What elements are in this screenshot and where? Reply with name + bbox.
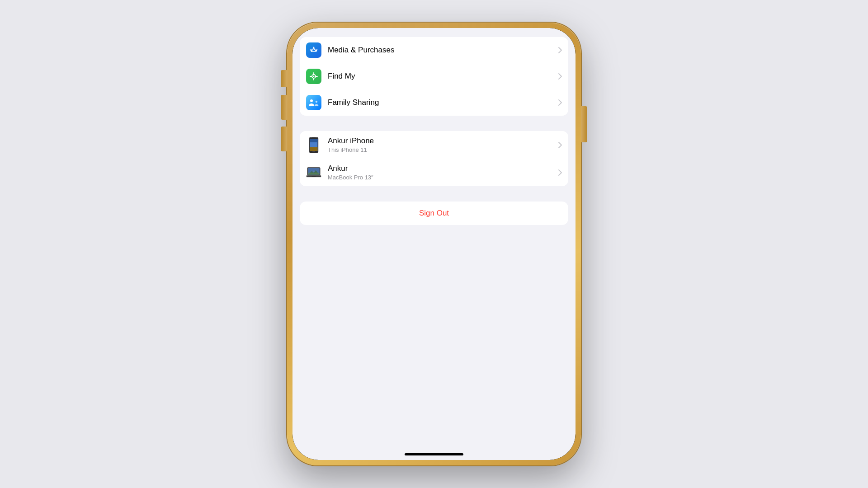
iphone-device-icon: [306, 137, 321, 153]
ankur-macbook-text: Ankur MacBook Pro 13″: [328, 164, 558, 181]
family-sharing-chevron: [558, 99, 562, 106]
phone-screen: Media & Purchases: [292, 28, 576, 460]
macbook-device-icon: [306, 165, 321, 180]
find-my-title: Find My: [328, 72, 558, 81]
svg-point-9: [310, 99, 313, 102]
svg-point-4: [313, 76, 315, 77]
family-sharing-title: Family Sharing: [328, 98, 558, 107]
ankur-macbook-subtitle: MacBook Pro 13″: [328, 174, 558, 181]
home-bar: [405, 453, 463, 455]
sign-out-label: Sign Out: [419, 209, 449, 218]
findmy-icon: [306, 69, 321, 84]
ankur-iphone-title: Ankur iPhone: [328, 136, 558, 145]
settings-group-2: Ankur iPhone This iPhone 11: [300, 131, 568, 186]
find-my-text: Find My: [328, 72, 558, 81]
media-purchases-text: Media & Purchases: [328, 46, 558, 55]
family-sharing-row[interactable]: Family Sharing: [300, 89, 568, 116]
svg-rect-16: [312, 137, 316, 138]
ankur-macbook-row[interactable]: Ankur MacBook Pro 13″: [300, 159, 568, 186]
silent-switch: [281, 70, 287, 87]
ankur-iphone-subtitle: This iPhone 11: [328, 146, 558, 153]
ankur-iphone-text: Ankur iPhone This iPhone 11: [328, 136, 558, 153]
family-sharing-text: Family Sharing: [328, 98, 558, 107]
ankur-iphone-chevron: [558, 142, 562, 148]
family-sharing-icon: [306, 95, 321, 110]
find-my-row[interactable]: Find My: [300, 63, 568, 89]
ankur-macbook-chevron: [558, 169, 562, 176]
ankur-macbook-title: Ankur: [328, 164, 558, 173]
svg-rect-22: [308, 173, 319, 174]
media-purchases-row[interactable]: Media & Purchases: [300, 37, 568, 63]
media-purchases-title: Media & Purchases: [328, 46, 558, 55]
volume-down-button: [281, 127, 287, 151]
svg-rect-24: [312, 176, 316, 177]
svg-point-10: [316, 101, 317, 103]
svg-rect-15: [310, 147, 318, 151]
home-indicator-area: [292, 453, 576, 460]
phone-frame: Media & Purchases: [287, 23, 581, 465]
power-button: [581, 106, 587, 142]
svg-point-25: [313, 170, 315, 172]
find-my-chevron: [558, 73, 562, 80]
svg-rect-17: [312, 151, 315, 152]
sign-out-button[interactable]: Sign Out: [300, 202, 568, 225]
appstore-icon: [306, 42, 321, 58]
svg-rect-14: [310, 139, 318, 142]
volume-up-button: [281, 95, 287, 120]
sign-out-group: Sign Out: [300, 202, 568, 225]
media-purchases-chevron: [558, 47, 562, 53]
settings-group-1: Media & Purchases: [300, 37, 568, 116]
ankur-iphone-row[interactable]: Ankur iPhone This iPhone 11: [300, 131, 568, 159]
